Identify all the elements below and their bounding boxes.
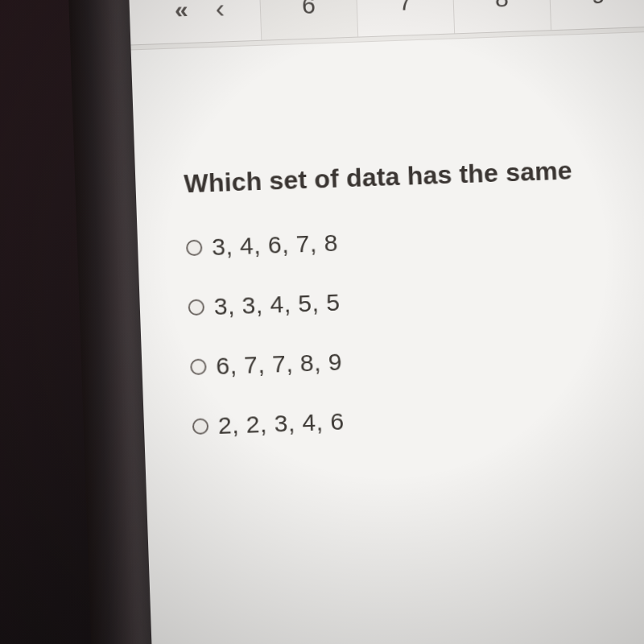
option-2-label: 3, 3, 4, 5, 5	[213, 289, 341, 320]
page-tab-6[interactable]: 6	[259, 0, 358, 40]
option-3-label: 6, 7, 7, 8, 9	[216, 349, 343, 380]
prev-page-button[interactable]: ‹	[215, 0, 224, 24]
option-4-label: 2, 2, 3, 4, 6	[217, 407, 345, 439]
page-tab-7[interactable]: 7	[356, 0, 455, 37]
screen-content: « ‹ 6 7 8 9 Which set of data has the sa…	[129, 0, 644, 644]
page-tab-9[interactable]: 9	[549, 0, 644, 30]
question-prompt: Which set of data has the same	[184, 152, 644, 199]
option-3[interactable]: 6, 7, 7, 8, 9	[190, 336, 644, 381]
option-1-label: 3, 4, 6, 7, 8	[212, 229, 339, 261]
radio-icon	[188, 299, 205, 316]
page-tab-8[interactable]: 8	[452, 0, 551, 33]
radio-icon	[190, 358, 207, 375]
first-page-button[interactable]: «	[174, 0, 187, 23]
option-2[interactable]: 3, 3, 4, 5, 5	[188, 277, 644, 321]
photo-background: « ‹ 6 7 8 9 Which set of data has the sa…	[0, 0, 644, 644]
option-1[interactable]: 3, 4, 6, 7, 8	[186, 217, 644, 262]
radio-icon	[192, 418, 209, 435]
option-4[interactable]: 2, 2, 3, 4, 6	[192, 396, 644, 440]
nav-arrow-group: « ‹	[129, 0, 262, 44]
radio-icon	[186, 239, 203, 256]
question-area: Which set of data has the same 3, 4, 6, …	[131, 31, 644, 506]
